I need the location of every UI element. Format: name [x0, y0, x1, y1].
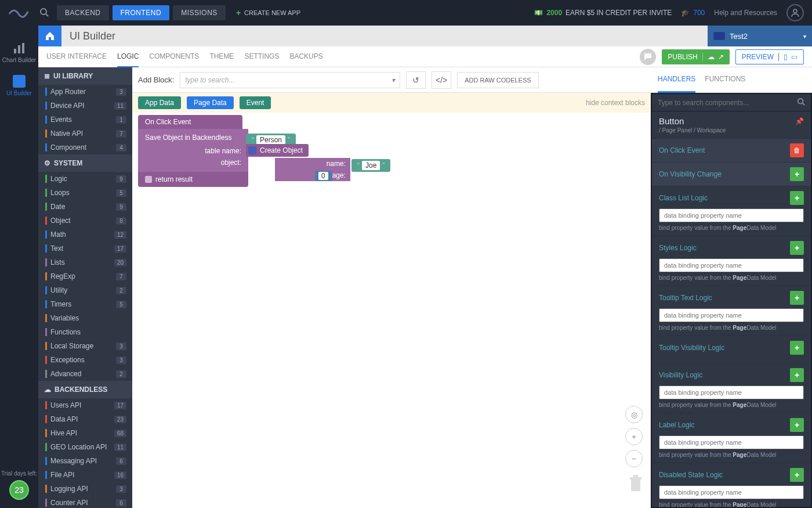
sidebar-item-app-router[interactable]: App Router3	[38, 85, 132, 99]
add-logic-button[interactable]: +	[790, 241, 804, 255]
sidebar-item-date[interactable]: Date9	[38, 200, 132, 214]
item-count: 3	[116, 356, 126, 364]
delete-handler-button[interactable]: 🗑	[790, 143, 804, 157]
item-count: 2	[116, 370, 126, 378]
create-object-block[interactable]: Create Object	[246, 144, 309, 157]
context-chip-page-data[interactable]: Page Data	[187, 96, 234, 109]
sidebar-item-data-api[interactable]: Data API23	[38, 412, 132, 426]
sub-tab-user-interface[interactable]: USER INTERFACE	[46, 46, 107, 67]
binding-input[interactable]	[659, 385, 804, 399]
return-label: return result	[155, 175, 193, 183]
sidebar-item-lists[interactable]: Lists20	[38, 255, 132, 269]
sidebar-item-device-api[interactable]: Device API11	[38, 99, 132, 113]
sidebar-item-geo-location-api[interactable]: GEO Location API11	[38, 440, 132, 454]
sidebar-item-local-storage[interactable]: Local Storage3	[38, 339, 132, 353]
panel-tab-handlers[interactable]: HANDLERS	[658, 67, 695, 93]
sidebar-item-regexp[interactable]: RegExp7	[38, 269, 132, 283]
search-icon[interactable]	[39, 8, 49, 19]
add-logic-button[interactable]: +	[790, 368, 804, 382]
code-button[interactable]: </>	[432, 71, 451, 89]
top-tab-missions[interactable]: MISSIONS	[173, 5, 226, 20]
block-search-input[interactable]: type to search...	[180, 72, 400, 88]
gear-icon[interactable]	[248, 146, 256, 154]
handler-on-visibility-change[interactable]: On Visibility Change+	[652, 162, 811, 186]
pin-icon[interactable]: 📌	[795, 117, 804, 125]
binding-input[interactable]	[659, 208, 804, 222]
top-tab-backend[interactable]: BACKEND	[57, 5, 109, 20]
sidebar-item-math[interactable]: Math12	[38, 228, 132, 242]
trash-button[interactable]	[629, 475, 643, 496]
help-link[interactable]: Help and Resources	[714, 9, 777, 17]
home-button[interactable]	[38, 26, 61, 46]
add-handler-button[interactable]: +	[790, 167, 804, 181]
component-search[interactable]	[652, 94, 811, 111]
sidebar-item-object[interactable]: Object8	[38, 214, 132, 228]
sub-tab-backups[interactable]: BACKUPS	[289, 46, 322, 67]
grad-chip[interactable]: 🎓 700	[681, 9, 705, 17]
sidebar-item-messaging-api[interactable]: Messaging API6	[38, 454, 132, 468]
color-indicator	[45, 401, 47, 409]
credit-chip[interactable]: 💵 2000 EARN $5 IN CREDIT PER INVITE	[534, 9, 672, 17]
name-value-block[interactable]: “Joe”	[351, 159, 390, 172]
sidebar-item-native-api[interactable]: Native API7	[38, 127, 132, 140]
handler-on-click-event[interactable]: On Click Event🗑	[652, 138, 811, 162]
sidebar-item-exceptions[interactable]: Exceptions3	[38, 353, 132, 367]
rail-ui-builder[interactable]: UI Builder	[6, 75, 32, 96]
add-logic-button[interactable]: +	[790, 191, 804, 205]
preview-button[interactable]: PREVIEW ▯ ▭	[735, 49, 804, 64]
sidebar-item-loops[interactable]: Loops5	[38, 186, 132, 200]
avatar[interactable]	[786, 4, 804, 21]
sidebar-item-file-api[interactable]: File API16	[38, 468, 132, 482]
chat-button[interactable]	[640, 49, 656, 65]
sub-tab-settings[interactable]: SETTINGS	[244, 46, 279, 67]
sidebar-item-timers[interactable]: Timers5	[38, 297, 132, 311]
age-value-block[interactable]: 0	[315, 171, 332, 180]
add-logic-button[interactable]: +	[790, 418, 804, 432]
add-logic-button[interactable]: +	[790, 341, 804, 355]
sidebar-header-backendless[interactable]: ☁BACKENDLESS	[38, 381, 132, 398]
sub-tab-logic[interactable]: LOGIC	[117, 46, 139, 68]
sidebar-item-functions[interactable]: Functions	[38, 325, 132, 339]
blocks-canvas[interactable]: On Click Event Save Object in Backendles…	[132, 113, 651, 508]
sidebar-item-component[interactable]: Component4	[38, 140, 132, 154]
top-tab-frontend[interactable]: FRONTEND	[113, 5, 170, 20]
zoom-in-button[interactable]: +	[625, 428, 643, 445]
sidebar-header-system[interactable]: ⚙SYSTEM	[38, 154, 132, 172]
add-logic-button[interactable]: +	[790, 468, 804, 482]
sidebar-item-logging-api[interactable]: Logging API3	[38, 482, 132, 496]
binding-hint: bind property value from the PageData Mo…	[659, 502, 804, 508]
return-result-row[interactable]: return result	[138, 172, 248, 187]
app-selector[interactable]: Test2	[708, 26, 812, 46]
context-chip-event[interactable]: Event	[240, 96, 271, 109]
sidebar-item-logic[interactable]: Logic9	[38, 172, 132, 186]
sidebar-item-text[interactable]: Text17	[38, 242, 132, 255]
component-search-input[interactable]	[658, 99, 797, 107]
hide-context-link[interactable]: hide context blocks	[586, 99, 645, 107]
on-click-event-block[interactable]: On Click Event Save Object in Backendles…	[138, 115, 248, 187]
sub-tab-components[interactable]: COMPONENTS	[149, 46, 199, 67]
center-button[interactable]: ◎	[625, 406, 643, 423]
binding-input[interactable]	[659, 308, 804, 322]
sidebar-item-variables[interactable]: Variables	[38, 311, 132, 325]
add-logic-button[interactable]: +	[790, 291, 804, 305]
sidebar-item-hive-api[interactable]: Hive API68	[38, 426, 132, 440]
zoom-out-button[interactable]: −	[625, 450, 643, 467]
sidebar-item-users-api[interactable]: Users API17	[38, 398, 132, 412]
add-raw-codeless-button[interactable]: ADD RAW CODELESS	[457, 72, 539, 88]
create-app-button[interactable]: + CREATE NEW APP	[236, 8, 300, 17]
binding-input[interactable]	[659, 435, 804, 449]
sub-tab-theme[interactable]: THEME	[209, 46, 234, 67]
sidebar-item-events[interactable]: Events1	[38, 113, 132, 127]
panel-tab-functions[interactable]: FUNCTIONS	[705, 67, 745, 93]
sidebar-item-advanced[interactable]: Advanced2	[38, 367, 132, 381]
context-chip-app-data[interactable]: App Data	[138, 96, 181, 109]
publish-button[interactable]: PUBLISH ☁ ↗	[662, 49, 729, 64]
sidebar-header-ui-library[interactable]: ≣UI LIBRARY	[38, 67, 132, 85]
binding-input[interactable]	[659, 258, 804, 272]
rail-chart-builder[interactable]: Chart Builder	[2, 42, 36, 63]
sidebar-item-utility[interactable]: Utility2	[38, 283, 132, 297]
undo-button[interactable]: ↺	[406, 71, 426, 89]
sidebar-item-counter-api[interactable]: Counter API6	[38, 496, 132, 508]
binding-input[interactable]	[659, 485, 804, 499]
return-checkbox[interactable]	[145, 176, 152, 183]
